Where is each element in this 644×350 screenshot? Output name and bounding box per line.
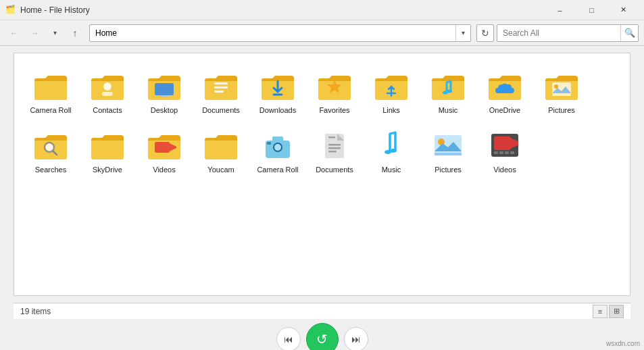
file-label: SkyDrive xyxy=(93,165,122,174)
svg-rect-40 xyxy=(328,136,335,139)
address-bar: ▾ xyxy=(89,24,471,42)
refresh-button[interactable]: ↻ xyxy=(476,24,494,42)
svg-rect-51 xyxy=(510,151,514,154)
svg-rect-27 xyxy=(91,138,124,159)
up-icon: ↑ xyxy=(73,28,78,39)
list-item[interactable]: Videos xyxy=(478,122,532,179)
prev-button[interactable]: ⏮ xyxy=(276,327,301,350)
file-label: Camera Roll xyxy=(30,105,71,115)
search-bar: 🔍 xyxy=(497,24,639,42)
list-item[interactable]: SkyDrive xyxy=(80,122,134,179)
file-label: Videos xyxy=(493,165,516,174)
svg-rect-35 xyxy=(267,142,271,145)
svg-rect-1 xyxy=(34,81,67,100)
list-item[interactable]: Documents xyxy=(307,122,362,179)
next-button[interactable]: ⏭ xyxy=(344,327,368,350)
file-area: Camera Roll Contacts xyxy=(14,53,630,296)
address-dropdown-button[interactable]: ▾ xyxy=(455,25,470,41)
folder-favorites-icon xyxy=(317,68,352,103)
next-icon: ⏭ xyxy=(351,334,361,345)
prev-icon: ⏮ xyxy=(284,334,293,345)
list-item[interactable]: Favorites xyxy=(307,63,362,120)
file-grid: Camera Roll Contacts xyxy=(21,60,623,182)
documents-device-icon xyxy=(317,127,352,162)
forward-button[interactable]: → xyxy=(26,24,43,42)
folder-camera-roll-icon xyxy=(33,68,68,103)
svg-rect-45 xyxy=(435,153,462,155)
folder-documents-icon xyxy=(203,68,239,103)
file-label: Favorites xyxy=(319,105,349,115)
svg-rect-22 xyxy=(552,82,571,96)
svg-rect-32 xyxy=(272,136,283,143)
list-item[interactable]: Music xyxy=(421,63,475,120)
file-label: Contacts xyxy=(93,105,122,115)
address-input[interactable] xyxy=(90,27,455,39)
app-icon: 🗂️ xyxy=(5,5,16,16)
svg-rect-39 xyxy=(328,151,337,153)
svg-point-3 xyxy=(103,82,112,91)
svg-point-42 xyxy=(390,149,397,153)
list-item[interactable]: Downloads xyxy=(251,63,305,120)
icons-view-button[interactable]: ⊞ xyxy=(609,305,624,318)
pictures-device-icon xyxy=(430,127,466,162)
list-item[interactable]: Links xyxy=(364,63,418,120)
refresh-icon: ↻ xyxy=(481,28,489,39)
bottom-controls: ⏮ ↺ ⏭ xyxy=(0,319,644,350)
list-item[interactable]: OneDrive xyxy=(478,63,532,120)
forward-icon: → xyxy=(30,28,39,39)
svg-rect-11 xyxy=(214,91,224,93)
svg-point-19 xyxy=(447,90,452,93)
svg-rect-6 xyxy=(155,83,174,95)
nav-bar: ← → ▾ ↑ ▾ ↻ 🔍 xyxy=(0,20,644,46)
svg-rect-47 xyxy=(494,136,510,150)
folder-videos-icon xyxy=(147,127,182,162)
main-content: Camera Roll Contacts xyxy=(0,46,644,303)
file-label: Pictures xyxy=(548,105,575,115)
list-item[interactable]: Pictures xyxy=(535,63,589,120)
file-label: Desktop xyxy=(151,105,178,115)
svg-rect-49 xyxy=(499,151,503,154)
play-button[interactable]: ↺ xyxy=(306,323,339,350)
icons-view-icon: ⊞ xyxy=(614,307,620,316)
list-item[interactable]: Searches xyxy=(24,122,78,179)
file-label: Pictures xyxy=(435,165,462,174)
maximize-button[interactable]: □ xyxy=(576,0,607,20)
title-bar: 🗂️ Home - File History – □ ✕ xyxy=(0,0,644,20)
search-input[interactable] xyxy=(497,27,620,39)
list-item[interactable]: Youcam xyxy=(194,122,248,179)
svg-rect-38 xyxy=(328,147,341,149)
list-item[interactable]: Camera Roll xyxy=(24,63,78,120)
svg-rect-30 xyxy=(205,138,237,159)
videos-device-icon xyxy=(487,127,522,162)
svg-rect-10 xyxy=(214,86,228,89)
back-button[interactable]: ← xyxy=(5,24,23,42)
up-button[interactable]: ↑ xyxy=(66,24,84,42)
back-icon: ← xyxy=(9,28,19,39)
svg-rect-29 xyxy=(155,142,170,153)
list-item[interactable]: Desktop xyxy=(137,63,191,120)
svg-rect-37 xyxy=(328,144,341,146)
details-view-icon: ≡ xyxy=(598,307,602,316)
minimize-button[interactable]: – xyxy=(545,0,575,20)
recent-locations-button[interactable]: ▾ xyxy=(46,24,64,42)
list-item[interactable]: Videos xyxy=(137,122,191,179)
file-label: Music xyxy=(382,165,401,174)
details-view-button[interactable]: ≡ xyxy=(593,305,608,318)
title-bar-text: Home - File History xyxy=(20,5,545,15)
search-button[interactable]: 🔍 xyxy=(620,25,638,41)
watermark: wsxdn.com xyxy=(606,340,640,347)
close-button[interactable]: ✕ xyxy=(608,0,639,20)
list-item[interactable]: Camera Roll xyxy=(251,122,305,179)
file-label: Documents xyxy=(316,165,353,174)
folder-desktop-icon xyxy=(147,68,182,103)
list-item[interactable]: Music xyxy=(364,122,418,179)
list-item[interactable]: Contacts xyxy=(80,63,134,120)
list-item[interactable]: Pictures xyxy=(421,122,475,179)
file-label: Documents xyxy=(202,105,240,115)
view-toggle: ≡ ⊞ xyxy=(593,305,624,318)
folder-pictures-icon xyxy=(544,68,579,103)
svg-rect-7 xyxy=(160,95,168,97)
file-label: Downloads xyxy=(259,105,296,115)
svg-rect-50 xyxy=(505,151,509,154)
list-item[interactable]: Documents xyxy=(194,63,248,120)
